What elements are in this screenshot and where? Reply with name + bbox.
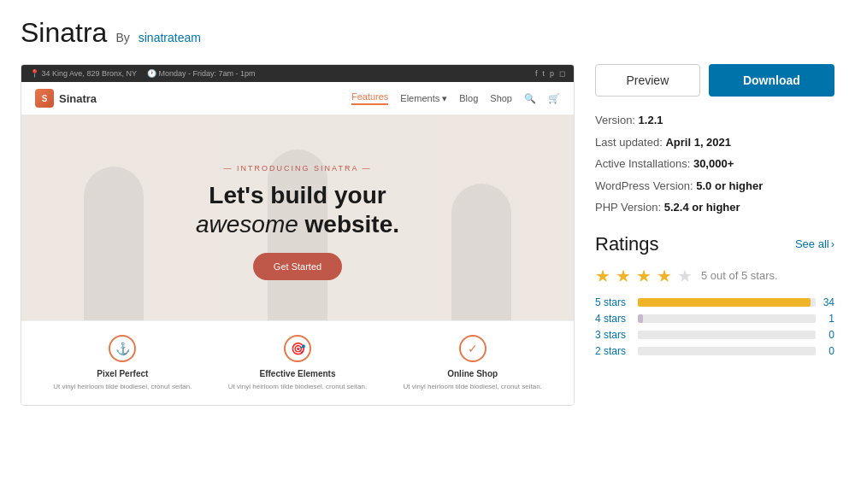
bar-track-3 (638, 331, 816, 339)
mockup-topbar: 📍 34 King Ave, 829 Bronx, NY 🕐 Monday - … (21, 65, 574, 82)
rating-bar-row-4: 4 stars 1 (595, 313, 834, 325)
preview-button[interactable]: Preview (595, 64, 700, 97)
mockup-features: ⚓ Pixel Perfect Ut vinyl heirloom tilde … (21, 320, 574, 405)
star-5-empty: ★ (677, 266, 693, 286)
bar-fill-5 (638, 298, 811, 307)
nav-elements[interactable]: Elements ▾ (400, 93, 447, 104)
instagram-icon: ◻ (559, 69, 565, 78)
feature-pixel-perfect: ⚓ Pixel Perfect Ut vinyl heirloom tilde … (35, 335, 210, 391)
feature-title-2: Effective Elements (217, 369, 379, 378)
mockup-hero: INTRODUCING SINATRA Let's build your awe… (21, 115, 574, 320)
star-4: ★ (657, 266, 672, 286)
ratings-title: Ratings (595, 233, 659, 255)
feature-online-shop: ✓ Online Shop Ut vinyl heirloom tilde bi… (385, 335, 560, 391)
bar-track-5 (638, 298, 816, 307)
rating-bar-row-2: 2 stars 0 (595, 345, 834, 357)
mockup-address: 📍 34 King Ave, 829 Bronx, NY (30, 69, 137, 78)
nav-blog[interactable]: Blog (459, 93, 478, 103)
installs-label: Active Installations: (595, 157, 690, 170)
page-title: Sinatra (21, 17, 107, 49)
bar-count-2: 0 (823, 345, 834, 357)
mockup-logo: S Sinatra (35, 89, 97, 108)
author-link[interactable]: sinatrateam (139, 31, 201, 44)
rating-bar-row-3: 3 stars 0 (595, 329, 834, 341)
chevron-right-icon: › (831, 237, 834, 250)
feature-desc-3: Ut vinyl heirloom tilde biodiesel, cronu… (392, 382, 553, 391)
php-value: 5.2.4 or higher (664, 201, 740, 214)
cart-icon[interactable]: 🛒 (548, 93, 560, 104)
updated-label: Last updated: (595, 136, 663, 149)
preview-area: 📍 34 King Ave, 829 Bronx, NY 🕐 Monday - … (21, 64, 575, 406)
hero-cta-button[interactable]: Get Started (253, 253, 342, 280)
rating-bars: 5 stars 34 4 stars 1 3 stars (595, 296, 834, 357)
sidebar-info: Preview Download Version: 1.2.1 Last upd… (595, 64, 834, 406)
meta-installs: Active Installations: 30,000+ (595, 155, 834, 173)
bar-count-4: 1 (823, 313, 834, 325)
hero-figure-3 (451, 184, 511, 320)
bar-count-5: 34 (823, 296, 834, 308)
bar-track-4 (638, 314, 816, 323)
mockup-hours: 🕐 Monday - Friday: 7am - 1pm (147, 69, 256, 78)
stars-summary: ★ ★ ★ ★ ★ 5 out of 5 stars. (595, 266, 834, 286)
twitter-icon: t (542, 69, 545, 78)
mockup-nav: S Sinatra Features Elements ▾ Blog Shop … (21, 82, 574, 115)
wp-value: 5.0 or higher (696, 179, 763, 192)
target-icon: 🎯 (284, 335, 311, 362)
search-icon[interactable]: 🔍 (524, 93, 536, 104)
hero-content: INTRODUCING SINATRA Let's build your awe… (196, 164, 399, 279)
sinatra-logo-icon: S (35, 89, 54, 108)
bar-track-2 (638, 347, 816, 355)
feature-desc-2: Ut vinyl heirloom tilde biodiesel, cronu… (217, 382, 379, 391)
anchor-icon: ⚓ (109, 335, 136, 362)
installs-value: 30,000+ (693, 157, 734, 170)
feature-desc-1: Ut vinyl heirloom tilde biodiesel, cronu… (42, 382, 203, 391)
meta-wp-version: WordPress Version: 5.0 or higher (595, 178, 834, 195)
stars-label: 5 out of 5 stars. (701, 269, 778, 282)
feature-effective-elements: 🎯 Effective Elements Ut vinyl heirloom t… (210, 335, 386, 391)
meta-php-version: PHP Version: 5.2.4 or higher (595, 199, 834, 216)
hero-title-italic: awesome (196, 211, 298, 237)
download-button[interactable]: Download (709, 64, 834, 97)
see-all-label: See all (795, 237, 829, 250)
star-1: ★ (595, 266, 610, 286)
star-2: ★ (616, 266, 631, 286)
main-content: 📍 34 King Ave, 829 Bronx, NY 🕐 Monday - … (21, 64, 834, 406)
action-buttons: Preview Download (595, 64, 834, 97)
wp-label: WordPress Version: (595, 179, 693, 192)
bar-label-3[interactable]: 3 stars (595, 329, 631, 341)
meta-updated: Last updated: April 1, 2021 (595, 134, 834, 151)
page-header: Sinatra By sinatrateam (21, 17, 834, 49)
bar-label-4[interactable]: 4 stars (595, 313, 631, 325)
updated-value: April 1, 2021 (665, 136, 731, 149)
meta-version: Version: 1.2.1 (595, 112, 834, 129)
hero-title-line1: Let's build your (209, 182, 386, 208)
star-3: ★ (636, 266, 652, 286)
ratings-header: Ratings See all › (595, 233, 834, 255)
feature-title-1: Pixel Perfect (42, 369, 203, 378)
php-label: PHP Version: (595, 201, 661, 214)
pinterest-icon: p (550, 69, 554, 78)
bar-label-2[interactable]: 2 stars (595, 345, 631, 357)
mockup-topbar-left: 📍 34 King Ave, 829 Bronx, NY 🕐 Monday - … (30, 69, 255, 78)
meta-info: Version: 1.2.1 Last updated: April 1, 20… (595, 112, 834, 216)
version-label: Version: (595, 114, 635, 126)
mockup-logo-text: Sinatra (59, 92, 97, 105)
check-icon: ✓ (459, 335, 486, 362)
hero-title: Let's build your awesome website. (196, 181, 399, 238)
by-label: By (115, 31, 129, 44)
mockup-nav-links: Features Elements ▾ Blog Shop 🔍 🛒 (351, 91, 560, 105)
see-all-link[interactable]: See all › (795, 237, 834, 250)
nav-features[interactable]: Features (351, 91, 388, 105)
feature-title-3: Online Shop (392, 369, 553, 378)
hero-subtitle: INTRODUCING SINATRA (196, 164, 399, 173)
bar-fill-4 (638, 314, 643, 323)
hero-title-rest: website. (298, 211, 399, 237)
mockup-social-icons: f t p ◻ (535, 69, 565, 78)
hero-figure-1 (84, 167, 144, 320)
bar-count-3: 0 (823, 329, 834, 341)
version-value: 1.2.1 (639, 114, 663, 126)
facebook-icon: f (535, 69, 538, 78)
nav-shop[interactable]: Shop (490, 93, 512, 103)
bar-label-5[interactable]: 5 stars (595, 296, 631, 308)
ratings-section: Ratings See all › ★ ★ ★ ★ ★ 5 out of 5 s… (595, 233, 834, 357)
